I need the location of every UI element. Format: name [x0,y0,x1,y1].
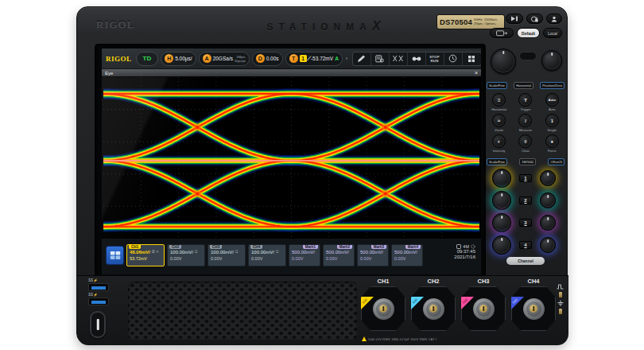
acquisition-mode-pill[interactable]: TD [136,52,159,66]
acquire-pill[interactable]: A 20GSa/s 1Mpts 50ps/pt [199,52,250,66]
mode-label: TD [140,55,155,62]
ch1-connector-label: CH1 [377,278,389,285]
search-button[interactable] [408,52,426,65]
math-box-1[interactable]: Math1 500.00mV/ 0.00V [289,244,320,266]
intensity-glyph: ◐ [498,139,501,144]
ch4-offset: 0.00V [251,256,283,261]
math-box-3[interactable]: Math3 500.00mV/ 0.00V [357,244,389,266]
single-button[interactable]: 1 [545,114,559,127]
usb2-label: SS⚡ [88,293,98,297]
chevron-left-icon[interactable]: ‹ [345,55,349,62]
math1-offset: 0.00V [292,256,317,261]
measure-button[interactable] [371,52,390,65]
horizontal-position-knob[interactable] [541,50,562,71]
horizontal-label-row: Scale/Fine Horizontal Position/Zero [484,82,567,89]
power-button[interactable] [90,311,106,338]
series-text: STATIONMA [266,21,372,33]
math3-offset: 0.00V [360,256,386,261]
stop-run-button[interactable]: STOP RUN [426,52,444,65]
right-control-panel: Scale/Fine Horizontal Position/Zero ≡Hor… [484,44,567,276]
measure-table-icon [375,55,384,63]
v-offset-label: Offset/0 [548,158,564,165]
trigger-button[interactable]: T [518,93,532,107]
ch2-scale-knob[interactable] [492,191,511,210]
ch2-offset-knob[interactable] [540,192,556,208]
default-button[interactable]: Default [517,28,540,38]
front-panel: SS⚡ SS⚡ CH1 50Ω CH2 50Ω [77,275,568,345]
single-button-label: Single [548,128,557,132]
auto-glyph: Auto [549,98,557,102]
horizontal-rocker[interactable] [519,52,537,60]
ch1-bnc-connector [373,298,394,320]
user-button[interactable] [546,14,562,24]
auto-button[interactable]: Auto [545,93,559,107]
ch1-offset-knob[interactable] [540,170,556,186]
input-warning: 50Ω ≤5V RMS 1MΩ ≤17pF 300V RMS CAT I [362,336,436,341]
pencil-icon [357,55,366,63]
ch1-bnc-housing: 50Ω [361,286,405,331]
ch3-select-button[interactable]: 3 [519,219,532,227]
horizontal-section-label: Horizontal [514,82,533,89]
speaker-grille [128,282,357,340]
ch4-offset-knob[interactable] [540,237,556,253]
close-icon[interactable]: × [475,71,478,76]
touch-lock-button[interactable] [526,14,543,24]
history-button[interactable] [444,52,463,65]
ch4-select-button[interactable]: 4 [519,241,532,249]
play-pause-button[interactable] [506,14,523,24]
trigger-pill[interactable]: T 1 ∕ -53.72mV A [285,52,343,66]
clear-button-label: Clear [522,149,530,153]
oscilloscope-device: RIGOL STATIONMAX DS70504 5GHz 20GSa/s 2G… [76,6,568,344]
force-button[interactable]: ● [545,134,559,148]
warning-icon [362,336,367,341]
clock-time: 09:37:45 [434,249,475,255]
eye-window-titlebar[interactable]: Eye × [102,69,481,77]
channel-box-ch2[interactable]: CH2 100.00mV/Ω 0.00V [167,244,205,266]
ch4-scale-knob[interactable] [492,235,511,255]
eye-mask-icon [393,55,403,62]
d-key-icon: D [256,54,265,63]
ch2-bnc-housing: 50Ω [411,286,456,331]
play-pause-icon [510,16,518,21]
display-mode-button[interactable] [106,246,124,265]
math3-tab: Math3 [371,245,386,250]
screenshot-button[interactable] [490,28,514,38]
bnc-unit-ch4: CH4 50Ω [510,278,557,331]
probe-comp-ground-pad [559,309,562,314]
math2-scale: 500.00mV/ [326,250,351,255]
ch4-bnc-connector [523,298,545,320]
channel-box-ch4[interactable]: CH4 100.00mV/Ω 0.00V [248,244,286,266]
channel-box-ch3[interactable]: CH3 100.00mV/Ω 0.00V [208,244,246,266]
ch1-scale-knob[interactable] [492,169,511,188]
clock-box[interactable]: 4M 09:37:45 2021/7/16 [434,244,477,266]
intensity-button[interactable]: ◐ [492,134,506,148]
delay-pill[interactable]: D 0.00s [252,52,283,66]
horizontal-scale-knob[interactable] [491,49,516,74]
ch3-scale-knob[interactable] [492,213,511,232]
measure-panel-button[interactable]: / [518,114,532,127]
trigger-button-label: Trigger [520,107,530,111]
horizontal-button[interactable]: ≡ [492,93,506,107]
local-button[interactable]: Local [543,28,562,38]
eye-diagram-plot[interactable] [102,77,481,239]
math-box-4[interactable]: Math4 500.00mV/ 0.00V [391,244,423,266]
ch2-select-button[interactable]: 2 [519,196,532,204]
ch3-offset-knob[interactable] [540,215,556,231]
eye-mask-button[interactable] [390,52,408,65]
math-box-2[interactable]: Math2 500.00mV/ 0.00V [323,244,355,266]
bnc-connector-group: CH1 50Ω CH2 50Ω CH3 50Ω [360,278,559,331]
zoom-button[interactable]: ≈ [492,114,506,127]
apps-menu-button[interactable] [463,52,481,65]
ch1-offset: 53.72mV [130,256,161,261]
channel-box-ch1[interactable]: CH1 48.06mV/Ω≡ 53.72mV [126,244,165,266]
clear-button[interactable]: ◊ [518,134,532,148]
ch1-select-button[interactable]: 1 [519,174,532,182]
ch2-bnc-connector [423,298,444,320]
warning-text: 50Ω ≤5V RMS 1MΩ ≤17pF 300V RMS CAT I [368,337,436,341]
horizontal-scale-pill[interactable]: H 5.00μs/ [161,52,196,66]
eye-window-title: Eye [105,71,113,76]
ch2-tab: CH2 [169,245,181,250]
intensity-button-label: Intensity [493,149,506,153]
impedance-button[interactable]: 1M/50Ω [519,158,536,165]
annotate-button[interactable] [353,52,371,65]
